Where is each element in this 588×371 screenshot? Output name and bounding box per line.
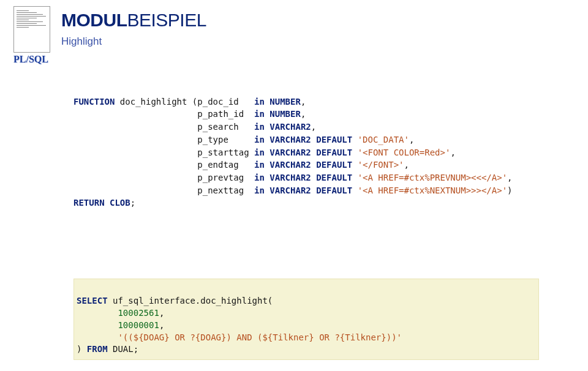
code-function-signature: FUNCTION doc_highlight (p_doc_id in NUMB… (74, 83, 513, 209)
document-mini-icon (13, 6, 50, 53)
page-subtitle: Highlight (61, 36, 102, 48)
title-bold: MODUL (61, 10, 127, 30)
code-select-example: SELECT uf_sql_interface.doc_highlight( 1… (74, 279, 539, 360)
page-title: MODULBEISPIEL (61, 10, 206, 31)
title-light: BEISPIEL (127, 10, 206, 30)
plsql-badge: PL/SQL (13, 54, 48, 65)
